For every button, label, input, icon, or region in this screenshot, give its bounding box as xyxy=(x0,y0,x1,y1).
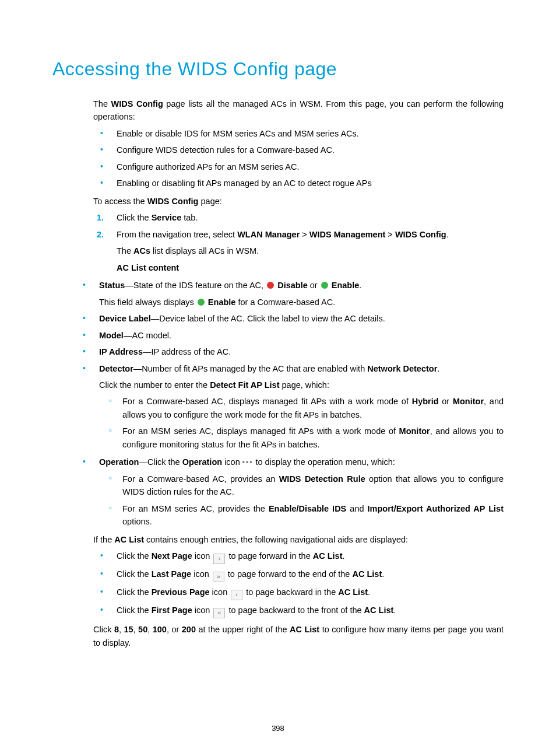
sub-item: For an MSM series AC, displays managed f… xyxy=(99,425,504,451)
text: Click xyxy=(93,625,114,634)
bold-text: 15 xyxy=(124,625,133,634)
access-intro: To access the WIDS Config page: xyxy=(93,195,504,208)
bold-text: Enable xyxy=(332,281,360,290)
field-label: Device Label xyxy=(99,314,151,323)
nav-intro: If the AC List contains enough entries, … xyxy=(93,533,504,546)
text: To access the xyxy=(93,197,147,206)
bold-text: Detect Fit AP List xyxy=(210,380,279,390)
text: to page backward to the front of the xyxy=(226,606,364,615)
bold-text: 200 xyxy=(182,625,196,634)
bold-text: AC List xyxy=(313,551,343,561)
field-label: Operation xyxy=(99,457,139,467)
field-operation: Operation—Click the Operation icon ••• t… xyxy=(76,456,504,528)
step-subline: The ACs list displays all ACs in WSM. xyxy=(117,244,504,257)
field-model: Model—AC model. xyxy=(76,329,504,342)
document-page: Accessing the WIDS Config page The WIDS … xyxy=(0,0,556,756)
disable-dot-icon xyxy=(267,282,274,289)
text: to page forward in the xyxy=(226,551,312,561)
field-label: Model xyxy=(99,331,124,340)
list-item: Configure authorized APs for an MSM seri… xyxy=(93,160,504,173)
status-subline: This field always displays Enable for a … xyxy=(99,296,504,309)
text: Click the xyxy=(117,569,152,579)
text: . xyxy=(437,364,439,373)
bold-text: Monitor xyxy=(453,397,484,406)
nav-list: Click the Next Page icon › to page forwa… xyxy=(93,550,504,618)
text: for a Comware-based AC. xyxy=(235,298,335,307)
text: . xyxy=(359,281,361,290)
text: Click the number to enter the xyxy=(99,380,210,390)
bold-text: Operation xyxy=(182,457,222,467)
bold-text: WLAN Manager xyxy=(237,230,300,239)
text: icon xyxy=(222,457,242,467)
bold-text: AC List xyxy=(114,535,144,544)
text: list displays all ACs in WSM. xyxy=(150,246,259,256)
text: . xyxy=(393,606,396,615)
text: If the xyxy=(93,535,114,544)
bold-text: Next Page xyxy=(152,551,192,561)
content-body: The WIDS Config page lists all the manag… xyxy=(93,97,504,649)
footer-paragraph: Click 8, 15, 50, 100, or 200 at the uppe… xyxy=(93,623,504,649)
text: . xyxy=(446,230,449,239)
previous-page-icon: ‹ xyxy=(231,590,242,600)
enable-dot-icon xyxy=(321,282,328,289)
text: icon xyxy=(210,587,230,597)
text: —Number of fit APs managed by the AC tha… xyxy=(133,364,367,373)
bold-text: AC List content xyxy=(117,263,179,272)
bold-text: AC List xyxy=(290,625,319,634)
bold-text: WIDS Config xyxy=(395,230,446,239)
text: . xyxy=(368,587,370,597)
bold-text: WIDS Config xyxy=(111,99,163,108)
bold-text: AC List xyxy=(338,587,368,597)
field-detector: Detector—Number of fit APs managed by th… xyxy=(76,362,504,452)
steps-list: 1. Click the Service tab. 2. From the na… xyxy=(93,211,504,274)
text: to page backward in the xyxy=(244,587,338,597)
field-status: Status—State of the IDS feature on the A… xyxy=(76,279,504,309)
text: Click the xyxy=(117,551,152,561)
bold-text: 100 xyxy=(153,625,167,634)
text: , xyxy=(147,625,153,634)
detector-subline: Click the number to enter the Detect Fit… xyxy=(99,379,504,391)
bold-text: AC List xyxy=(352,569,382,579)
bold-text: First Page xyxy=(152,606,192,615)
bold-text: WIDS Detection Rule xyxy=(279,474,365,484)
next-page-icon: › xyxy=(213,554,225,564)
operations-list: Enable or disable IDS for MSM series ACs… xyxy=(93,127,504,190)
text: and xyxy=(346,504,367,513)
enable-dot-icon xyxy=(198,299,205,306)
text: icon xyxy=(191,569,212,579)
nav-item-next: Click the Next Page icon › to page forwa… xyxy=(93,550,504,564)
bold-text: Monitor xyxy=(399,426,430,436)
text: page: xyxy=(198,197,221,206)
step-number: 1. xyxy=(97,211,104,224)
text: For an MSM series AC, provides the xyxy=(122,504,269,513)
step-number: 2. xyxy=(97,228,104,241)
text: to page forward to the end of the xyxy=(226,569,353,579)
text: , xyxy=(133,625,139,634)
text: Click the xyxy=(117,587,152,597)
first-page-icon: « xyxy=(213,608,225,618)
step-item: 2. From the navigation tree, select WLAN… xyxy=(93,228,504,274)
sub-item: For a Comware-based AC, provides an WIDS… xyxy=(99,473,504,499)
bold-text: Disable xyxy=(277,281,308,290)
operation-menu-icon: ••• xyxy=(242,458,254,466)
step-item: 1. Click the Service tab. xyxy=(93,211,504,224)
text: From the navigation tree, select xyxy=(117,230,237,239)
text: Click the xyxy=(117,606,152,615)
intro-paragraph: The WIDS Config page lists all the manag… xyxy=(93,97,504,124)
text: contains enough entries, the following n… xyxy=(144,535,408,544)
text: > xyxy=(385,230,395,239)
text: . xyxy=(382,569,384,579)
list-item: Enable or disable IDS for MSM series ACs… xyxy=(93,127,504,140)
bold-text: 50 xyxy=(138,625,147,634)
bold-text: Last Page xyxy=(152,569,192,579)
ac-list-heading: AC List content xyxy=(117,261,504,274)
text: —Click the xyxy=(139,457,182,467)
field-label: Detector xyxy=(99,364,133,373)
text: . xyxy=(343,551,345,561)
field-ip: IP Address—IP address of the AC. xyxy=(76,345,504,358)
field-label: IP Address xyxy=(99,347,143,356)
text: page, which: xyxy=(279,380,329,390)
list-item: Enabling or disabling fit APs managed by… xyxy=(93,177,504,190)
sub-item: For an MSM series AC, provides the Enabl… xyxy=(99,502,504,528)
text: For a Comware-based AC, provides an xyxy=(122,474,279,484)
